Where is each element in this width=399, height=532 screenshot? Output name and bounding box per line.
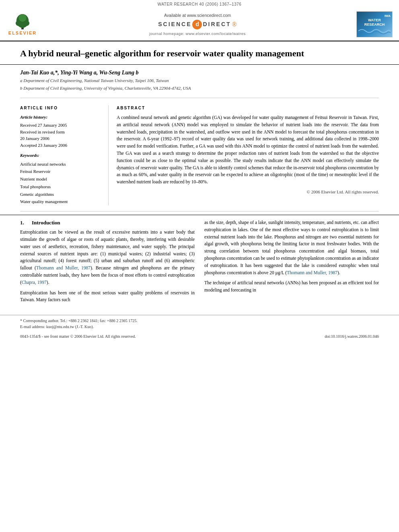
authors-section: Jan-Tai Kuo a,*, Ying-Yi Wang a, Wu-Seng… <box>0 65 399 94</box>
elsevier-brand-text: ELSEVIER <box>8 30 37 36</box>
issn-text: 0043-1354/$ - see front matter © 2006 El… <box>20 334 136 339</box>
two-col-body: 1. Introduction Eutrophication can be vi… <box>20 219 379 307</box>
accepted-date: Accepted 23 January 2006 <box>20 142 102 149</box>
footnote-corresponding: * Corresponding author. Tel.: +886 2 236… <box>20 318 379 324</box>
history-label: Article history: <box>20 114 102 120</box>
copyright-text: © 2006 Elsevier Ltd. All rights reserved… <box>117 189 379 195</box>
affiliation-a: a Department of Civil Engineering, Natio… <box>20 78 379 84</box>
abstract-header: ABSTRACT <box>117 105 379 111</box>
keyword-6: Water quality management <box>20 198 102 205</box>
section-number: 1. <box>20 220 24 226</box>
authors-text: Jan-Tai Kuo a,*, Ying-Yi Wang a, Wu-Seng… <box>20 69 379 77</box>
sciencedirect-logo: SCIENCE d DIRECT ® <box>158 20 237 29</box>
elsevier-logo: ELSEVIER <box>6 12 39 37</box>
header-center: Available at www.sciencedirect.com SCIEN… <box>39 12 356 37</box>
svg-point-2 <box>16 21 22 26</box>
doi-text: doi:10.1016/j.watres.2006.01.046 <box>325 334 379 339</box>
abstract-text: A combined neural network and genetic al… <box>117 114 379 186</box>
keyword-2: Feitsui Reservoir <box>20 168 102 175</box>
water-research-logo: IWA WATER RESEARCH <box>356 11 393 37</box>
section-title-text: Introduction <box>32 220 60 226</box>
water-research-title: WATER RESEARCH <box>358 18 391 27</box>
article-info-header: ARTICLE INFO <box>20 105 102 111</box>
body-section: 1. Introduction Eutrophication can be vi… <box>0 215 399 311</box>
journal-info-bar: WATER RESEARCH 40 (2006) 1367–1376 <box>0 0 399 8</box>
intro-para-1: Eutrophication can be viewed as the resu… <box>20 229 195 286</box>
revised-label: Received in revised form <box>20 129 102 136</box>
available-at-text: Available at www.sciencedirect.com <box>164 12 231 18</box>
sd-registered-icon: ® <box>232 20 237 29</box>
body-left-col: 1. Introduction Eutrophication can be vi… <box>20 219 195 307</box>
intro-para-2: Eutrophication has been one of the most … <box>20 290 195 304</box>
received-date: Received 27 January 2005 <box>20 122 102 129</box>
wave-decoration-icon <box>358 27 391 35</box>
journal-homepage-text: journal homepage: www.elsevier.com/locat… <box>149 31 245 36</box>
keyword-1: Artificial neural networks <box>20 160 102 168</box>
sd-letter: d <box>195 21 199 29</box>
article-title: A hybrid neural–genetic algorithm for re… <box>20 48 379 60</box>
science-text: SCIENCE <box>158 21 191 29</box>
section-divider <box>20 211 379 212</box>
article-title-section: A hybrid neural–genetic algorithm for re… <box>0 41 399 65</box>
journal-info-text: WATER RESEARCH 40 (2006) 1367–1376 <box>158 2 242 6</box>
abstract-col: ABSTRACT A combined neural network and g… <box>117 105 379 205</box>
footnote-email: E-mail address: kuoj@ntu.edu.tw (J.-T. K… <box>20 324 379 330</box>
keywords-label: Keywords: <box>20 152 102 158</box>
article-info-abstract-section: ARTICLE INFO Article history: Received 2… <box>0 101 399 210</box>
right-para-1: as the size, depth, shape of a lake, sun… <box>204 219 379 277</box>
ref-thomann-1987-2[interactable]: Thomann and Muller, 1987 <box>287 270 337 275</box>
svg-point-3 <box>23 21 29 26</box>
keyword-3: Nutrient model <box>20 175 102 183</box>
keyword-4: Total phosphorus <box>20 183 102 191</box>
header-section: ELSEVIER Available at www.sciencedirect.… <box>0 8 399 41</box>
iwa-label: IWA <box>385 14 391 18</box>
divider <box>20 98 379 98</box>
sd-circle-icon: d <box>192 20 202 29</box>
revised-date: 20 January 2006 <box>20 135 102 142</box>
affiliation-b: b Department of Civil Engineering, Unive… <box>20 85 379 91</box>
bottom-bar: 0043-1354/$ - see front matter © 2006 El… <box>0 332 399 341</box>
svg-point-4 <box>19 14 26 22</box>
intro-section-title: 1. Introduction <box>20 219 195 226</box>
footnote-section: * Corresponding author. Tel.: +886 2 236… <box>0 315 399 332</box>
article-info-col: ARTICLE INFO Article history: Received 2… <box>20 105 109 205</box>
direct-text: DIRECT <box>203 21 231 29</box>
keyword-5: Genetic algorithms <box>20 191 102 198</box>
ref-thomann-1987[interactable]: Thomann and Muller, 1987 <box>36 265 90 270</box>
ref-chapra-1997[interactable]: Chapra, 1997 <box>22 280 47 285</box>
right-para-2: The technique of artificial neural netwo… <box>204 279 379 294</box>
elsevier-tree-icon <box>10 13 35 30</box>
body-right-col: as the size, depth, shape of a lake, sun… <box>204 219 379 307</box>
